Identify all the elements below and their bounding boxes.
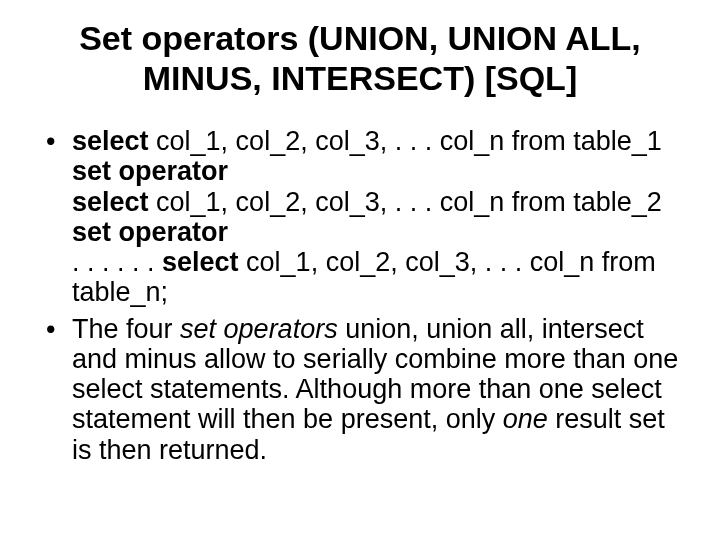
- bullet-explanation: The four set operators union, union all,…: [72, 314, 680, 465]
- slide-title: Set operators (UNION, UNION ALL, MINUS, …: [40, 18, 680, 98]
- set-operator-2: set operator: [72, 217, 680, 247]
- set-operator-1: set operator: [72, 156, 680, 186]
- slide: Set operators (UNION, UNION ALL, MINUS, …: [0, 0, 720, 540]
- select-n-line: . . . . . . select col_1, col_2, col_3, …: [72, 247, 680, 307]
- select-1-rest: col_1, col_2, col_3, . . . col_n from ta…: [156, 126, 662, 156]
- kw-select-3: select: [162, 247, 246, 277]
- kw-select-1: select: [72, 126, 156, 156]
- title-line-1: Set operators (UNION, UNION ALL,: [79, 19, 641, 57]
- select-2-line: select col_1, col_2, col_3, . . . col_n …: [72, 187, 680, 217]
- title-line-2: MINUS, INTERSECT) [SQL]: [143, 59, 577, 97]
- expl-one: one: [503, 404, 548, 434]
- select-2-rest: col_1, col_2, col_3, . . . col_n from ta…: [156, 187, 662, 217]
- expl-set-operators: set operators: [180, 314, 345, 344]
- bullet-syntax: select col_1, col_2, col_3, . . . col_n …: [72, 126, 680, 307]
- slide-body: select col_1, col_2, col_3, . . . col_n …: [40, 126, 680, 465]
- expl-part-1: The four: [72, 314, 180, 344]
- ellipsis-dots: . . . . . .: [72, 247, 162, 277]
- kw-select-2: select: [72, 187, 156, 217]
